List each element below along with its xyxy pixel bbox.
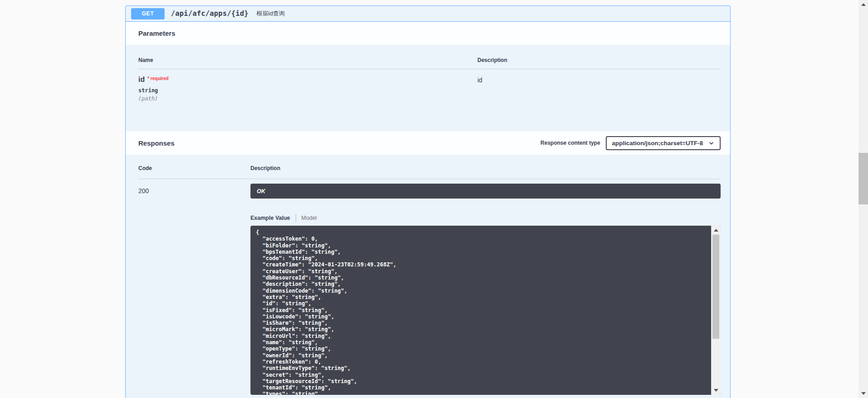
page-scroll-up-arrow-icon[interactable] [861, 3, 866, 6]
parameters-table: Name Description id* required string (pa… [126, 45, 730, 131]
endpoint-summary-text: 根据id查询 [257, 9, 285, 18]
page-scroll-down-arrow-icon[interactable] [861, 392, 866, 395]
responses-section-header: Responses Response content type applicat… [126, 131, 730, 155]
response-content-type-select[interactable]: application/json;charset=UTF-8 [606, 136, 721, 150]
required-marker: * required [147, 76, 169, 81]
example-value-code-block[interactable]: { "accessToken": 0, "biFolder": "string"… [250, 226, 721, 395]
parameter-name: id* required [138, 76, 477, 84]
responses-col-description: Description [250, 165, 721, 171]
responses-col-code: Code [138, 165, 250, 171]
responses-table: Code Description 200 OK Example Value Mo… [126, 155, 730, 395]
endpoint-path: /api/afc/apps/{id} [171, 9, 249, 18]
page-scrollbar-thumb[interactable] [859, 153, 868, 204]
tab-example-value[interactable]: Example Value [250, 215, 290, 221]
parameter-description: id [477, 76, 721, 102]
http-method-badge[interactable]: GET [131, 8, 165, 19]
response-status-code: 200 [138, 184, 250, 395]
parameters-section-header: Parameters [126, 22, 730, 45]
responses-table-header: Code Description [138, 165, 721, 179]
parameter-name-text: id [138, 76, 145, 83]
parameter-type: string [138, 87, 477, 94]
scroll-down-arrow-icon[interactable] [714, 389, 718, 392]
response-content-type-label: Response content type [541, 140, 600, 146]
example-json: { "accessToken": 0, "biFolder": "string"… [250, 226, 721, 395]
parameters-title: Parameters [138, 29, 175, 37]
parameters-col-name: Name [138, 57, 477, 63]
responses-title: Responses [138, 139, 175, 147]
chevron-down-icon [708, 140, 714, 146]
response-content-type-value: application/json;charset=UTF-8 [612, 140, 703, 147]
scroll-up-arrow-icon[interactable] [714, 229, 718, 232]
parameters-table-header: Name Description [138, 57, 721, 69]
code-block-scrollbar[interactable] [711, 226, 721, 395]
parameters-col-description: Description [477, 57, 721, 63]
opblock-get-endpoint: GET /api/afc/apps/{id} 根据id查询 Parameters… [125, 5, 731, 398]
tab-divider [296, 214, 296, 222]
parameter-location: (path) [138, 95, 477, 102]
parameter-row: id* required string (path) id [138, 69, 721, 102]
response-content-type-control: Response content type application/json;c… [541, 136, 721, 150]
response-row-200: 200 OK Example Value Model { "accessToke… [138, 179, 721, 395]
response-description-box: OK [250, 184, 721, 199]
response-description-text: OK [257, 188, 265, 194]
tab-model[interactable]: Model [302, 215, 317, 221]
endpoint-summary-row[interactable]: GET /api/afc/apps/{id} 根据id查询 [126, 6, 730, 22]
example-model-tabs: Example Value Model [250, 214, 721, 222]
browser-scrollbar[interactable] [859, 0, 868, 398]
code-scrollbar-thumb[interactable] [712, 235, 719, 339]
